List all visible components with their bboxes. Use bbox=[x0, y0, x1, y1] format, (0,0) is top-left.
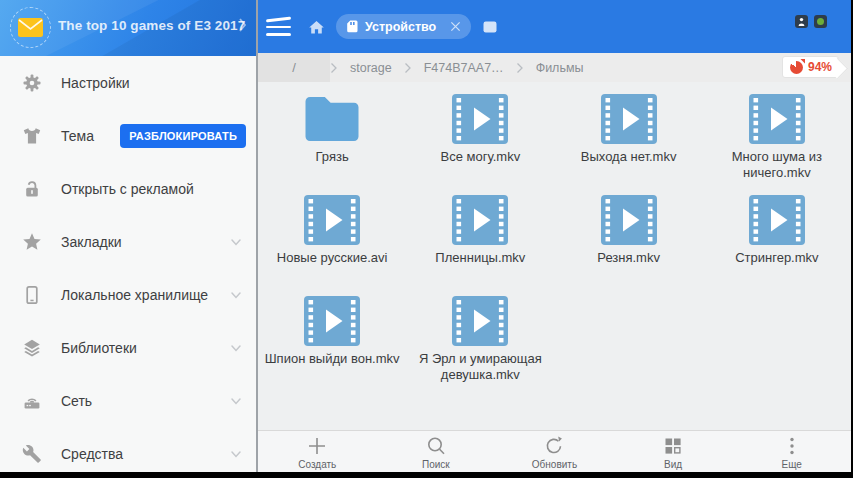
sidebar-item-network[interactable]: Сеть bbox=[0, 374, 256, 427]
storage-usage-badge[interactable]: 94% bbox=[782, 56, 839, 78]
sidebar-item-label: Локальное хранилище bbox=[61, 287, 208, 303]
breadcrumb-segment[interactable]: F474B7AA7… bbox=[412, 53, 516, 82]
chevron-down-icon bbox=[229, 235, 243, 249]
sidebar-item-theme[interactable]: Тема РАЗБЛОКИРОВАТЬ bbox=[0, 109, 256, 162]
breadcrumb-separator-icon bbox=[516, 53, 524, 82]
video-file-icon bbox=[304, 296, 360, 346]
file-item[interactable]: Выхода нет.mkv bbox=[555, 82, 703, 183]
folder-icon bbox=[303, 94, 361, 144]
sidebar-item-label: Тема bbox=[61, 128, 94, 144]
window-icon[interactable] bbox=[483, 20, 497, 33]
file-item[interactable]: Стрингер.mkv bbox=[703, 183, 851, 284]
chevron-down-icon bbox=[229, 341, 243, 355]
file-name: Грязь bbox=[316, 149, 349, 165]
promo-title: The top 10 games of E3 2017 bbox=[58, 0, 245, 50]
file-name: Я Эрл и умирающая девушка.mkv bbox=[411, 351, 549, 384]
tab-label: Устройство bbox=[365, 20, 436, 34]
video-file-icon bbox=[452, 94, 508, 144]
status-overlay-icon bbox=[795, 15, 808, 28]
file-name: Все могу.mkv bbox=[441, 149, 521, 165]
video-file-icon bbox=[601, 195, 657, 245]
promo-banner[interactable]: The top 10 games of E3 2017 bbox=[0, 0, 256, 56]
sidebar-item-label: Открыть с рекламой bbox=[61, 181, 194, 197]
file-name: Много шума из ничего.mkv bbox=[708, 149, 846, 182]
pie-chart-icon bbox=[790, 61, 803, 74]
video-file-icon bbox=[601, 94, 657, 144]
folder-item[interactable]: Грязь bbox=[258, 82, 406, 183]
file-name: Стрингер.mkv bbox=[735, 250, 818, 266]
phone-icon bbox=[22, 285, 42, 305]
sidebar-item-label: Закладки bbox=[61, 234, 122, 250]
video-file-icon bbox=[452, 195, 508, 245]
toolbar-label: Еще bbox=[781, 459, 801, 470]
video-file-icon bbox=[452, 296, 508, 346]
menu-icon[interactable] bbox=[266, 17, 292, 36]
video-file-icon bbox=[749, 195, 805, 245]
file-item[interactable]: Шпион выйди вон.mkv bbox=[258, 284, 406, 385]
breadcrumb-segment[interactable]: Фильмы bbox=[524, 53, 596, 82]
tshirt-icon bbox=[22, 126, 42, 146]
sidebar-item-local-storage[interactable]: Локальное хранилище bbox=[0, 268, 256, 321]
sidebar-item-open-with-ads[interactable]: Открыть с рекламой bbox=[0, 162, 256, 215]
view-grid-icon bbox=[662, 435, 684, 457]
file-item[interactable]: Я Эрл и умирающая девушка.mkv bbox=[406, 284, 554, 385]
plus-icon bbox=[306, 435, 328, 457]
chevron-down-icon bbox=[229, 447, 243, 461]
tab-device[interactable]: Устройство bbox=[336, 14, 471, 39]
file-item[interactable]: Резня.mkv bbox=[555, 183, 703, 284]
envelope-icon bbox=[18, 18, 43, 37]
sidebar-item-label: Сеть bbox=[61, 393, 92, 409]
bottom-toolbar: Создать Поиск Обновить Вид Еще bbox=[258, 430, 851, 472]
file-item[interactable]: Новые русские.avi bbox=[258, 183, 406, 284]
unlock-icon bbox=[22, 179, 42, 199]
main-panel: Устройство / storage F474B7AA7… Ф bbox=[258, 0, 851, 472]
create-button[interactable]: Создать bbox=[258, 431, 377, 472]
file-name: Новые русские.avi bbox=[277, 250, 388, 266]
record-dot-icon bbox=[814, 15, 827, 28]
file-name: Выхода нет.mkv bbox=[581, 149, 677, 165]
file-item[interactable]: Много шума из ничего.mkv bbox=[703, 82, 851, 183]
toolbar-label: Вид bbox=[664, 459, 682, 470]
sidebar-item-bookmarks[interactable]: Закладки bbox=[0, 215, 256, 268]
chevron-down-icon bbox=[229, 288, 243, 302]
search-button[interactable]: Поиск bbox=[377, 431, 496, 472]
screen-edge-bottom bbox=[0, 472, 853, 478]
sidebar-item-libraries[interactable]: Библиотеки bbox=[0, 321, 256, 374]
sidebar-item-label: Средства bbox=[61, 446, 123, 462]
gear-icon bbox=[22, 73, 42, 93]
refresh-button[interactable]: Обновить bbox=[495, 431, 614, 472]
network-icon bbox=[22, 391, 42, 411]
layers-icon bbox=[22, 338, 42, 358]
toolbar-label: Создать bbox=[298, 459, 336, 470]
chevron-down-icon bbox=[229, 394, 243, 408]
file-grid: Грязь Все могу.mkv Выхода нет.mkv Много … bbox=[258, 82, 851, 430]
view-button[interactable]: Вид bbox=[614, 431, 733, 472]
app-window: The top 10 games of E3 2017 Настройки Те… bbox=[0, 0, 853, 480]
sidebar-item-label: Настройки bbox=[61, 75, 130, 91]
more-icon bbox=[781, 435, 803, 457]
file-item[interactable]: Все могу.mkv bbox=[406, 82, 554, 183]
storage-usage-value: 94% bbox=[808, 60, 832, 74]
file-name: Шпион выйди вон.mkv bbox=[265, 351, 400, 367]
breadcrumb-segment[interactable]: storage bbox=[338, 53, 404, 82]
video-file-icon bbox=[304, 195, 360, 245]
breadcrumb-separator-icon bbox=[404, 53, 412, 82]
search-icon bbox=[425, 435, 447, 457]
theme-unlock-button[interactable]: РАЗБЛОКИРОВАТЬ bbox=[120, 124, 246, 148]
chevron-right-icon bbox=[238, 17, 247, 37]
home-icon[interactable] bbox=[308, 19, 325, 35]
sidebar-item-label: Библиотеки bbox=[61, 340, 137, 356]
file-name: Резня.mkv bbox=[597, 250, 660, 266]
sidebar-item-settings[interactable]: Настройки bbox=[0, 56, 256, 109]
toolbar-label: Поиск bbox=[422, 459, 450, 470]
refresh-icon bbox=[543, 435, 565, 457]
sidebar-menu: Настройки Тема РАЗБЛОКИРОВАТЬ Открыть с … bbox=[0, 56, 256, 480]
file-item[interactable]: Пленницы.mkv bbox=[406, 183, 554, 284]
more-button[interactable]: Еще bbox=[732, 431, 851, 472]
device-icon bbox=[345, 20, 359, 33]
breadcrumb-root[interactable]: / bbox=[258, 53, 330, 82]
status-overlay bbox=[795, 15, 827, 28]
sidebar: The top 10 games of E3 2017 Настройки Те… bbox=[0, 0, 256, 472]
toolbar-label: Обновить bbox=[532, 459, 577, 470]
close-icon[interactable] bbox=[450, 21, 461, 32]
